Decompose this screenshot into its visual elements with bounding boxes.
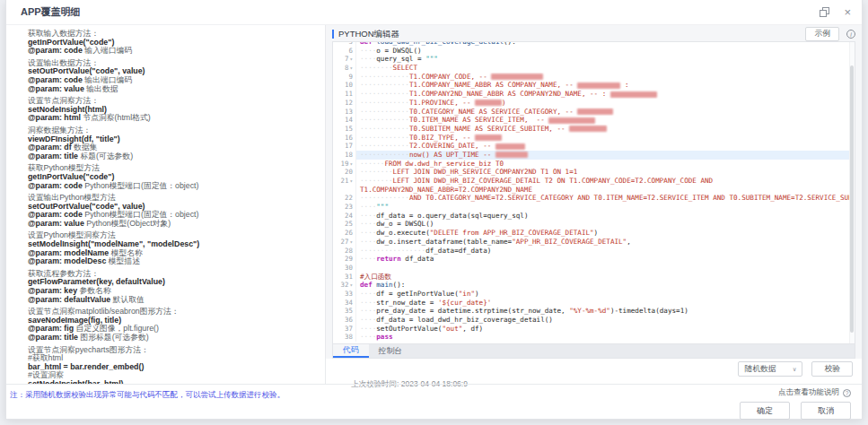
editor-header: PYTHON编辑器 示例 i xyxy=(332,27,855,41)
doc-block: 获取输入数据方法：getInPortValue("code")@param: c… xyxy=(28,30,318,56)
code-line[interactable]: 21▾········LEFT JOIN DWD_HR_BIZ_COVERAGE… xyxy=(333,177,855,186)
code-line[interactable]: 33····df = getInPortValue("in") xyxy=(333,290,855,299)
code-text: ····dw_o.insert_dataframe(table_name="AP… xyxy=(356,238,855,247)
code-text: ····df_data = o.query_data(sql=query_sql… xyxy=(356,212,855,221)
dialog-footer: 注：采用随机数据校验出现异常可能与代码不匹配，可以尝试上传数据进行校验。 点击查… xyxy=(6,384,862,419)
line-number: 29 xyxy=(333,255,356,264)
code-line[interactable]: 32▾def main(): xyxy=(333,281,855,290)
editor-title: PYTHON编辑器 xyxy=(338,29,399,40)
code-line[interactable]: 37····setOutPortValue("out", df) xyxy=(333,325,855,334)
data-source-select[interactable]: 随机数据 ∨ xyxy=(738,361,802,377)
help-icon[interactable]: ? xyxy=(843,389,851,397)
validation-row: 随机数据 ∨ 校验 xyxy=(326,359,862,377)
code-text: ············T0.CATEGORY_NAME AS SERVICE_… xyxy=(356,108,855,117)
code-text: ············T0.ITEM_NAME AS SERVICE_ITEM… xyxy=(356,116,855,125)
code-body: 5def load_dwd_hr_biz_coverage_detail():6… xyxy=(333,41,855,342)
line-number: 22 xyxy=(333,194,356,203)
code-line[interactable]: 27▾····dw_o.insert_dataframe(table_name=… xyxy=(333,238,855,247)
code-text: ········SELECT xyxy=(356,64,855,73)
editor-scrollbar[interactable] xyxy=(849,42,855,343)
code-line[interactable]: 31#入口函数 xyxy=(333,273,855,282)
code-line[interactable]: 26····dw_o.execute("DELETE from APP_HR_B… xyxy=(333,229,855,238)
code-text: ········LEFT JOIN DWD_HR_SERVICE_COMPANY… xyxy=(356,168,855,177)
code-line[interactable]: 28················df_data=df_data) xyxy=(333,247,855,256)
expand-icon[interactable] xyxy=(820,7,829,17)
redacted-text xyxy=(475,100,502,106)
doc-block: 设置输出Python模型方法setOutPortValue("code", va… xyxy=(28,194,318,228)
fold-caret-icon[interactable]: ▾ xyxy=(349,282,353,288)
code-line[interactable]: T1.COMPANY2ND_NANE_ABBR=T2.COMPANY2ND_NA… xyxy=(333,186,855,195)
doc-block: 设置输出数据方法：setOutPortValue("code", value)@… xyxy=(28,59,318,93)
info-icon[interactable]: i xyxy=(846,30,855,39)
fold-caret-icon[interactable]: ▾ xyxy=(349,65,353,71)
random-data-note: 注：采用随机数据校验出现异常可能与代码不匹配，可以尝试上传数据进行校验。 xyxy=(10,385,285,419)
redacted-text xyxy=(475,134,502,141)
code-line[interactable]: 22············AND T0.CATEGORY_NAME=T2.SE… xyxy=(333,194,855,203)
line-number: 25 xyxy=(333,220,356,229)
code-line[interactable]: 8▾········SELECT xyxy=(333,64,855,73)
cancel-button[interactable]: 取消 xyxy=(801,402,851,420)
code-line[interactable]: 6····o = DWSQL() xyxy=(333,47,855,56)
line-number: 31 xyxy=(333,273,356,282)
doc-line: @param: value 输出数据 xyxy=(28,85,318,94)
code-line[interactable]: 35····pre_day_date = datetime.strptime(s… xyxy=(333,307,855,316)
code-text: ············now() AS UPT_TIME -- xyxy=(356,151,855,160)
doc-block: 洞察数据集方法：viewDFInsight(df, "title")@param… xyxy=(28,126,318,160)
code-line[interactable]: 7▾····query_sql = """ xyxy=(333,55,855,64)
code-line[interactable]: 10············T1.COMPANY_NAME_ABBR AS CO… xyxy=(333,81,855,90)
code-line[interactable]: 24····df_data = o.query_data(sql=query_s… xyxy=(333,212,855,221)
dialog-title: APP覆盖明细 xyxy=(21,5,81,19)
code-line[interactable]: 11············T1.COMPANY2ND_NANE_ABBR AS… xyxy=(333,90,855,99)
redacted-text xyxy=(610,91,657,98)
doc-block: 获取流程参数方法：getFlowParameter(key, defaultVa… xyxy=(28,270,318,304)
code-line[interactable]: 34····str_now_date = '${cur_date}' xyxy=(333,299,855,308)
help-link[interactable]: 点击查看功能说明 xyxy=(778,387,839,398)
editor-tabs: 代码 控制台 xyxy=(332,344,855,359)
line-number: 38 xyxy=(333,333,356,342)
tab-code[interactable]: 代码 xyxy=(333,344,369,358)
code-line[interactable]: 38····pass xyxy=(333,333,855,342)
line-number: 18 xyxy=(333,151,356,160)
fold-caret-icon[interactable]: ▾ xyxy=(349,178,353,184)
scrollbar-thumb[interactable] xyxy=(850,65,854,333)
line-number: 6 xyxy=(333,47,356,56)
fold-caret-icon[interactable]: ▾ xyxy=(349,56,353,62)
redacted-text xyxy=(495,152,528,158)
code-line[interactable]: 20········LEFT JOIN DWD_HR_SERVICE_COMPA… xyxy=(333,168,855,177)
code-line[interactable]: 17············T2.COVERING_DATE, -- xyxy=(333,142,855,151)
line-number: 24 xyxy=(333,212,356,221)
fold-caret-icon[interactable]: ▾ xyxy=(349,160,353,167)
data-source-value: 随机数据 xyxy=(744,364,776,375)
line-number: 30 xyxy=(333,264,356,273)
code-line[interactable]: 25····dw_o = DWSQL() xyxy=(333,220,855,229)
code-line[interactable]: 23····""" xyxy=(333,203,855,212)
code-line[interactable]: 29····return df_data xyxy=(333,255,855,264)
verify-button[interactable]: 校验 xyxy=(811,361,853,377)
code-text: ····pass xyxy=(356,333,855,342)
code-line[interactable]: 19▾······FROM dw.dwd_hr_service_biz T0 xyxy=(333,160,855,169)
code-line[interactable]: 14············T0.ITEM_NAME AS SERVICE_IT… xyxy=(333,116,855,125)
code-line[interactable]: 16············T0.BIZ_TYPE, -- xyxy=(333,134,855,143)
accent-bar xyxy=(332,30,334,39)
code-line[interactable]: 13············T0.CATEGORY_NAME AS SERVIC… xyxy=(333,108,855,117)
example-button[interactable]: 示例 xyxy=(805,27,839,41)
code-line[interactable]: 9············T1.COMPANY_CODE, -- xyxy=(333,73,855,82)
code-line[interactable]: 12············T1.PROVINCE, -- ) xyxy=(333,99,855,108)
close-icon[interactable]: × xyxy=(844,8,851,17)
line-number xyxy=(333,186,356,195)
code-line[interactable]: 18············now() AS UPT_TIME -- xyxy=(333,151,855,160)
code-text: ····return df_data xyxy=(356,255,855,264)
line-number: 32▾ xyxy=(333,281,356,290)
code-line[interactable]: 36····df_data = load_dwd_hr_biz_coverage… xyxy=(333,316,855,325)
code-text: ············T1.COMPANY2ND_NANE_ABBR AS C… xyxy=(356,90,855,99)
code-line[interactable]: 15············T0.SUBITEM_NAME AS SERVICE… xyxy=(333,125,855,134)
code-line[interactable]: 30 xyxy=(333,264,855,273)
code-editor[interactable]: 5def load_dwd_hr_biz_coverage_detail():6… xyxy=(332,41,855,344)
doc-block: 设置节点洞察方法：setNodeInsight(html)@param: htm… xyxy=(28,97,318,123)
ok-button[interactable]: 确定 xyxy=(740,402,790,420)
dialog: APP覆盖明细 × 获取输入数据方法：getInPortValue("code"… xyxy=(5,0,863,420)
doc-line: @param: defaultValue 默认取值 xyxy=(28,296,318,305)
code-text: ····df = getInPortValue("in") xyxy=(356,290,855,299)
tab-console[interactable]: 控制台 xyxy=(369,344,412,358)
fold-caret-icon[interactable]: ▾ xyxy=(349,239,353,245)
